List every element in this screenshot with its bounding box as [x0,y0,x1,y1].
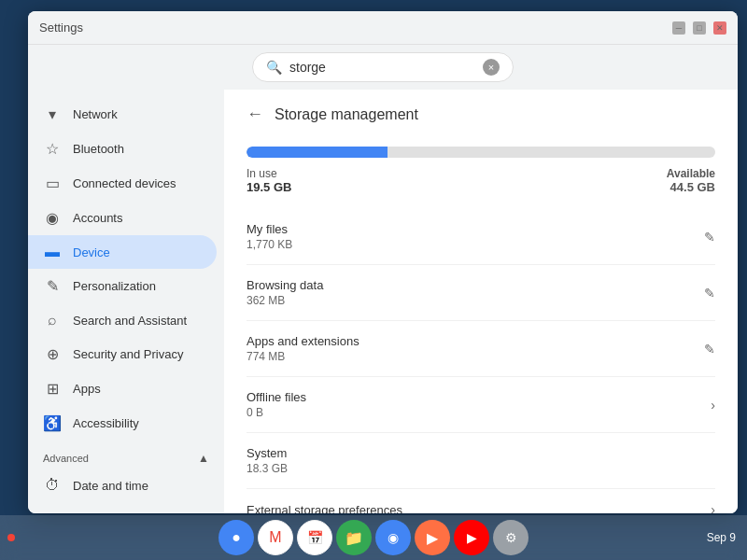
storage-item-external-name: External storage preferences [247,503,402,514]
storage-item-browsing-info: Browsing data 362 MB [247,278,323,307]
storage-used-text: In use [247,167,291,180]
taskbar-maps-icon[interactable]: ◉ [375,520,411,555]
detail-panel: ← Storage management In use 19.5 GB Avai… [224,90,738,513]
shield-icon: ⊕ [43,345,62,363]
sidebar-item-search-label: Search and Assistant [73,314,187,328]
titlebar: Settings ─ □ ✕ [28,11,738,45]
search-icon: 🔍 [266,60,282,75]
storage-list: My files 1,770 KB ✎ Browsing data 362 MB… [224,209,738,513]
taskbar-right: Sep 9 [707,531,736,544]
taskbar-play-icon[interactable]: ▶ [415,520,450,555]
storage-item-my-files-info: My files 1,770 KB [247,222,292,251]
storage-item-browsing-name: Browsing data [247,278,323,292]
sidebar-item-date-time[interactable]: ⏱ Date and time [28,469,217,502]
taskbar-calendar-icon[interactable]: 📅 [297,520,332,555]
storage-item-my-files[interactable]: My files 1,770 KB ✎ [247,209,715,265]
storage-item-apps-ext[interactable]: Apps and extensions 774 MB ✎ [247,321,715,377]
storage-item-system-size: 18.3 GB [247,462,288,475]
storage-item-offline[interactable]: Offline files 0 B › [247,377,715,433]
storage-item-browsing[interactable]: Browsing data 362 MB ✎ [247,265,715,321]
storage-item-apps-ext-size: 774 MB [247,350,359,363]
sidebar-item-languages-label: Languages and inputs [73,512,192,513]
search-input[interactable] [289,60,475,75]
clock-icon: ⏱ [43,477,62,494]
storage-item-browsing-size: 362 MB [247,294,323,307]
taskbar-left [7,534,15,541]
storage-item-external[interactable]: External storage preferences › [247,489,715,513]
storage-item-apps-ext-info: Apps and extensions 774 MB [247,334,359,363]
sidebar: ▾ Network ☆ Bluetooth ▭ Connected device… [28,90,224,513]
sidebar-item-security[interactable]: ⊕ Security and Privacy [28,337,217,371]
notification-dot [7,534,15,541]
storage-bar [247,147,715,158]
storage-available-value: 44.5 GB [667,180,715,194]
sidebar-item-personalization[interactable]: ✎ Personalization [28,269,217,303]
sidebar-item-apps-label: Apps [73,382,101,396]
search-clear-button[interactable]: × [483,59,500,76]
storage-labels: In use 19.5 GB Available 44.5 GB [247,167,715,194]
bluetooth-icon: ☆ [43,140,62,158]
palette-icon: ✎ [43,277,62,295]
sidebar-item-device-label: Device [73,245,110,259]
taskbar-settings-icon[interactable]: ⚙ [493,520,529,555]
laptop-icon: ▬ [43,244,62,260]
sidebar-item-search-assistant[interactable]: ⌕ Search and Assistant [28,303,217,337]
storage-title: Storage management [275,106,418,123]
taskbar-files-icon[interactable]: 📁 [336,520,372,555]
storage-item-my-files-size: 1,770 KB [247,238,292,251]
sidebar-item-security-label: Security and Privacy [73,347,184,361]
sidebar-item-network-label: Network [73,107,118,121]
sidebar-item-bluetooth-label: Bluetooth [73,142,124,156]
sidebar-item-connected-label: Connected devices [73,176,176,190]
storage-used-label: In use 19.5 GB [247,167,291,194]
sidebar-item-accounts[interactable]: ◉ Accounts [28,201,217,235]
taskbar: ● M 📅 📁 ◉ ▶ ▶ ⚙ Sep 9 [0,515,747,560]
storage-item-my-files-name: My files [247,222,292,236]
sidebar-item-device[interactable]: ▬ Device [28,235,217,269]
advanced-section-title: Advanced ▲ [28,441,224,469]
edit-icon-my-files: ✎ [704,230,715,245]
sidebar-item-network[interactable]: ▾ Network [28,97,217,132]
storage-item-external-info: External storage preferences [247,503,402,514]
taskbar-chrome-icon[interactable]: ● [218,520,254,555]
chevron-icon-offline: › [711,398,715,413]
window-controls: ─ □ ✕ [672,21,726,35]
main-content: ▾ Network ☆ Bluetooth ▭ Connected device… [28,90,738,513]
sidebar-item-date-label: Date and time [73,479,148,493]
taskbar-gmail-icon[interactable]: M [258,520,293,555]
sidebar-item-bluetooth[interactable]: ☆ Bluetooth [28,132,217,166]
storage-item-system-info: System 18.3 GB [247,446,288,475]
search-sidebar-icon: ⌕ [43,312,62,329]
search-container: 🔍 × [252,52,514,82]
search-bar: 🔍 × [28,45,738,90]
sidebar-item-accessibility[interactable]: ♿ Accessibility [28,406,217,441]
storage-item-offline-size: 0 B [247,406,306,419]
back-button[interactable]: ← [247,105,263,124]
storage-bar-section: In use 19.5 GB Available 44.5 GB [224,132,738,209]
storage-item-system-name: System [247,446,288,460]
taskbar-youtube-icon[interactable]: ▶ [454,520,489,555]
sidebar-item-apps[interactable]: ⊞ Apps [28,371,217,406]
grid-icon: ⊞ [43,380,62,398]
storage-available-text: Available [667,167,715,180]
advanced-chevron-icon: ▲ [198,452,209,465]
person-icon: ◉ [43,209,62,227]
minimize-button[interactable]: ─ [672,21,685,35]
storage-item-offline-info: Offline files 0 B [247,390,306,419]
chevron-icon-external: › [711,502,715,513]
edit-icon-apps-ext: ✎ [704,342,715,357]
maximize-button[interactable]: □ [693,21,706,35]
sidebar-item-personalization-label: Personalization [73,279,156,293]
sidebar-item-languages[interactable]: ◎ Languages and inputs [28,502,217,513]
storage-item-system: System 18.3 GB [247,433,715,489]
advanced-label: Advanced [43,453,89,464]
accessibility-icon: ♿ [43,414,62,432]
sidebar-item-connected-devices[interactable]: ▭ Connected devices [28,166,217,201]
storage-used-bar [247,147,388,158]
sidebar-item-accessibility-label: Accessibility [73,416,139,430]
globe-icon: ◎ [43,511,62,513]
settings-window: Settings ─ □ ✕ 🔍 × ▾ Network ☆ Bluetooth [28,11,738,513]
wifi-icon: ▾ [43,105,62,123]
taskbar-time: Sep 9 [707,531,736,544]
close-button[interactable]: ✕ [713,21,726,35]
